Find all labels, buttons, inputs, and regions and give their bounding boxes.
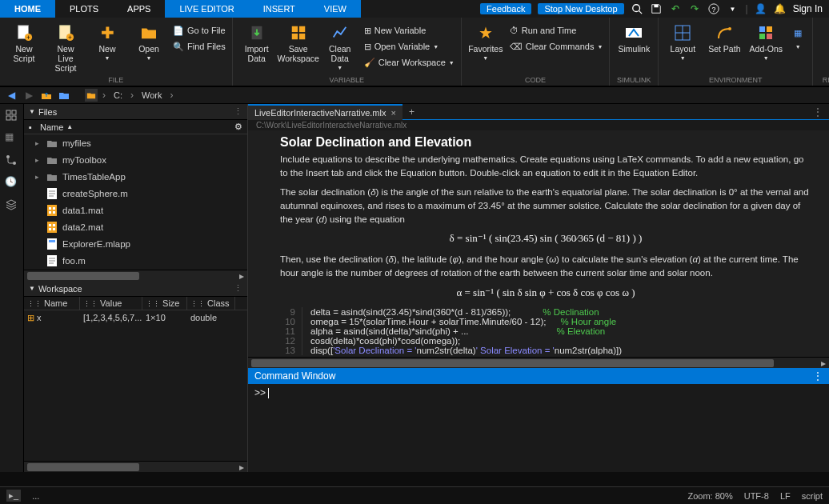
ws-col-value[interactable]: ⋮⋮ Value <box>80 297 142 310</box>
favorites-button[interactable]: ★Favorites▼ <box>467 20 505 62</box>
ws-col-class[interactable]: ⋮⋮ Class <box>187 297 235 310</box>
back-icon[interactable]: ◀ <box>5 89 18 102</box>
file-row[interactable]: data1.mat <box>24 202 247 218</box>
redo-icon[interactable]: ↷ <box>688 2 701 15</box>
file-row[interactable]: data2.mat <box>24 218 247 235</box>
files-settings-icon[interactable]: ⚙ <box>234 122 242 132</box>
new-button[interactable]: ✚New▼ <box>88 20 126 62</box>
layout-button[interactable]: Layout▼ <box>663 20 702 62</box>
folder-root-icon[interactable] <box>85 89 98 102</box>
editor-body[interactable]: Solar Declination and Elevation Include … <box>248 130 829 357</box>
forward-icon[interactable]: ▶ <box>22 89 35 102</box>
run-time-button[interactable]: ⏱Run and Time <box>508 23 605 38</box>
file-name: ExplorerE.mlapp <box>62 239 130 249</box>
import-data-button[interactable]: Import Data <box>238 20 276 63</box>
svg-point-20 <box>728 27 731 30</box>
files-menu-icon[interactable]: ⋮ <box>234 106 242 117</box>
cmd-menu-icon[interactable]: ⋮ <box>813 370 823 382</box>
workspace-panel-header[interactable]: ▼Workspace⋮ <box>24 281 247 297</box>
close-tab-icon[interactable]: × <box>390 108 395 118</box>
open-variable-button[interactable]: ⊟Open Variable ▼ <box>362 39 456 54</box>
file-row[interactable]: ▸myfiles <box>24 134 247 151</box>
set-path-button[interactable]: Set Path <box>705 20 743 54</box>
grid-icon[interactable]: ▦ <box>5 131 19 146</box>
clear-workspace-button[interactable]: 🧹Clear Workspace ▼ <box>362 55 456 70</box>
status-cmd-icon[interactable]: ▸_ <box>6 490 21 502</box>
undo-icon[interactable]: ↶ <box>669 2 682 15</box>
equation-2[interactable]: α = sin⁻¹ ( sin δ sin φ + cos δ cos φ co… <box>280 286 811 299</box>
feedback-button[interactable]: Feedback <box>480 3 531 14</box>
clean-data-button[interactable]: Clean Data▼ <box>321 20 359 71</box>
goto-file-button[interactable]: 📄Go to File <box>171 23 227 38</box>
svg-rect-44 <box>53 224 55 226</box>
new-live-script-button[interactable]: +New Live Script <box>46 20 85 73</box>
workspace-hscroll[interactable]: ◂▸ <box>24 461 247 472</box>
tabbar-menu-icon[interactable]: ⋮ <box>807 106 829 118</box>
ws-col-size[interactable]: ⋮⋮ Size <box>142 297 187 310</box>
more-env-button[interactable]: ▦▼ <box>788 20 807 50</box>
svg-rect-30 <box>12 116 16 120</box>
new-script-button[interactable]: +New Script <box>5 20 43 63</box>
search-icon[interactable] <box>631 2 643 15</box>
stack-icon[interactable] <box>5 198 19 213</box>
files-hscroll[interactable]: ◂▸ <box>24 270 247 281</box>
file-name: foo.m <box>62 256 86 266</box>
addons-button[interactable]: Add-Ons▼ <box>747 20 785 62</box>
workspace-row[interactable]: ⊞ x[1,2,3,4,5,6,7...1×10double <box>24 310 247 326</box>
files-view-icon[interactable] <box>5 109 19 123</box>
clear-commands-button[interactable]: ⌫Clear Commands ▼ <box>508 39 605 54</box>
file-row[interactable]: ExplorerE.mlapp <box>24 235 247 252</box>
save-icon[interactable] <box>650 2 663 15</box>
sign-in-link[interactable]: Sign In <box>793 3 823 14</box>
simulink-button[interactable]: Simulink <box>615 20 653 54</box>
breadcrumb-drive[interactable]: C: <box>110 90 126 100</box>
tab-live-editor[interactable]: LIVE EDITOR <box>165 0 248 18</box>
up-folder-icon[interactable] <box>40 89 53 102</box>
new-tab-button[interactable]: + <box>402 106 421 118</box>
group-variable-label: VARIABLE <box>238 75 456 86</box>
file-row[interactable]: foo.m <box>24 252 247 269</box>
svg-rect-15 <box>299 34 305 39</box>
svg-rect-43 <box>49 224 51 226</box>
tab-plots[interactable]: PLOTS <box>55 0 113 18</box>
folder-icon <box>46 171 58 182</box>
file-row[interactable]: ▸TimesTableApp <box>24 168 247 185</box>
help-icon[interactable]: ? <box>707 2 720 15</box>
tab-insert[interactable]: INSERT <box>249 0 310 18</box>
user-icon[interactable]: 👤 <box>755 2 767 15</box>
open-button[interactable]: Open▼ <box>130 20 168 62</box>
editor-tab[interactable]: LiveEditorInteractiveNarrative.mlx× <box>248 104 402 120</box>
editor-hscroll[interactable]: ◂▸ <box>248 357 829 368</box>
tab-view[interactable]: VIEW <box>310 0 361 18</box>
git-icon[interactable] <box>5 154 19 168</box>
bell-icon[interactable]: 🔔 <box>774 2 787 15</box>
breadcrumb-folder[interactable]: Work <box>138 90 165 100</box>
help-button[interactable]: ?Help▼ <box>818 20 829 62</box>
find-files-button[interactable]: 🔍Find Files <box>171 39 227 54</box>
tab-home[interactable]: HOME <box>0 0 55 18</box>
file-row[interactable]: createSphere.m <box>24 185 247 202</box>
new-variable-button[interactable]: ⊞New Variable <box>362 23 456 38</box>
file-row[interactable]: ▸myToolbox <box>24 151 247 168</box>
history-icon[interactable]: 🕓 <box>5 176 19 190</box>
svg-point-32 <box>13 162 16 165</box>
save-workspace-button[interactable]: Save Workspace <box>279 20 318 63</box>
tab-apps[interactable]: APPS <box>113 0 165 18</box>
command-window-header[interactable]: Command Window⋮ <box>248 368 829 384</box>
svg-rect-23 <box>759 34 765 39</box>
stop-desktop-button[interactable]: Stop New Desktop <box>538 3 623 14</box>
status-zoom[interactable]: Zoom: 80% <box>687 491 732 501</box>
svg-rect-22 <box>767 26 772 32</box>
dropdown-icon[interactable]: ▼ <box>727 2 739 15</box>
equation-1[interactable]: δ = sin⁻¹ ( sin(23.45) sin ( 360⁄365 (d … <box>280 232 811 245</box>
svg-rect-2 <box>654 5 658 8</box>
browse-icon[interactable] <box>58 89 70 102</box>
ws-col-name[interactable]: ⋮⋮ Name <box>24 297 80 310</box>
file-arrow-icon: 📄 <box>173 26 184 36</box>
files-panel-header[interactable]: ▼Files⋮ <box>24 104 247 120</box>
command-window[interactable]: >> <box>248 384 829 472</box>
workspace-menu-icon[interactable]: ⋮ <box>234 283 242 294</box>
files-col-name[interactable]: Name <box>40 122 63 132</box>
code-block[interactable]: 9delta = asind(sind(23.45)*sind(360*(d -… <box>280 307 811 355</box>
status-encoding: UTF-8 <box>744 491 769 501</box>
